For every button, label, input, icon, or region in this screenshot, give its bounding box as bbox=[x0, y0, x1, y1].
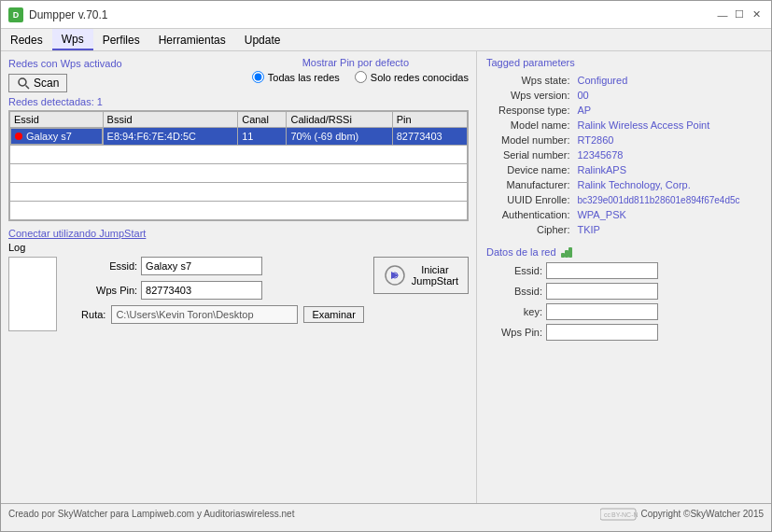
cc-badge: cc BY-NC-ND Copyright ©SkyWatcher 2015 bbox=[600, 508, 765, 521]
iniciar-jumpstart-area: Iniciar JumpStart bbox=[373, 257, 469, 294]
essid-form-label: Essid: bbox=[81, 260, 137, 272]
log-box bbox=[8, 257, 57, 331]
param-model-name: Model name: Ralink Wireless Access Point bbox=[488, 119, 760, 132]
data-wpspin-input[interactable] bbox=[546, 324, 658, 341]
svg-text:cc: cc bbox=[604, 511, 611, 518]
essid-row: Essid: bbox=[81, 257, 364, 275]
network-table: Essid Bssid Canal Calidad/RSSi Pin Galax… bbox=[9, 111, 468, 220]
col-bssid: Bssid bbox=[103, 112, 238, 128]
bottom-left-text: Creado por SkyWatcher para Lampiweb.com … bbox=[8, 509, 294, 519]
bottom-forms: Essid: Wps Pin: Ruta: Examinar bbox=[8, 257, 469, 331]
data-essid-label: Essid: bbox=[486, 265, 542, 276]
menu-item-herramientas[interactable]: Herramientas bbox=[149, 29, 235, 50]
datos-title: Datos de la red bbox=[486, 245, 762, 259]
red-dot-icon bbox=[15, 133, 22, 140]
cell-bssid: E8:94:F6:7E:4D:5C bbox=[103, 128, 238, 146]
jumpstart-link[interactable]: Conectar utilizando JumpStart bbox=[8, 228, 146, 239]
scan-button[interactable]: Scan bbox=[8, 74, 67, 92]
ruta-row: Ruta: Examinar bbox=[81, 305, 364, 324]
redes-detectadas-label: Redes detectadas: 1 bbox=[8, 96, 469, 107]
tagged-params-title: Tagged parameters bbox=[486, 57, 762, 68]
data-key-row: key: bbox=[486, 303, 762, 320]
radio-todas[interactable]: Todas las redes bbox=[252, 71, 340, 83]
examinar-button[interactable]: Examinar bbox=[303, 306, 363, 323]
cell-pin: 82773403 bbox=[392, 128, 467, 146]
svg-rect-4 bbox=[561, 253, 565, 258]
param-uuid: UUID Enrolle: bc329e001dd811b28601e894f6… bbox=[488, 193, 760, 206]
param-wps-state: Wps state: Configured bbox=[488, 74, 760, 87]
data-key-label: key: bbox=[486, 306, 542, 317]
maximize-button[interactable]: ☐ bbox=[732, 7, 747, 22]
title-bar: D Dumpper v.70.1 — ☐ ✕ bbox=[1, 1, 771, 29]
minimize-button[interactable]: — bbox=[715, 7, 730, 22]
data-wpspin-row: Wps Pin: bbox=[486, 324, 762, 341]
radio-solo[interactable]: Solo redes conocidas bbox=[355, 71, 469, 83]
param-authentication: Authentication: WPA_PSK bbox=[488, 208, 760, 221]
app-icon: D bbox=[8, 7, 23, 22]
ruta-input[interactable] bbox=[111, 305, 298, 324]
data-bssid-label: Bssid: bbox=[486, 286, 542, 297]
param-model-number: Model number: RT2860 bbox=[488, 133, 760, 147]
network-icon bbox=[560, 245, 573, 259]
ruta-label: Ruta: bbox=[81, 309, 105, 320]
data-bssid-row: Bssid: bbox=[486, 283, 762, 300]
cell-essid: Galaxy s7 bbox=[10, 128, 103, 145]
title-bar-title: Dumpper v.70.1 bbox=[29, 8, 108, 21]
scan-icon bbox=[17, 77, 30, 90]
svg-text:BY-NC-ND: BY-NC-ND bbox=[611, 511, 638, 518]
data-key-input[interactable] bbox=[546, 303, 658, 320]
cell-canal: 11 bbox=[238, 128, 287, 146]
svg-rect-5 bbox=[565, 250, 568, 258]
left-panel: Redes con Wps activado Scan Mostrar Pin … bbox=[1, 51, 477, 503]
data-essid-row: Essid: bbox=[486, 262, 762, 279]
title-bar-left: D Dumpper v.70.1 bbox=[8, 7, 108, 22]
radio-group: Todas las redes Solo redes conocidas bbox=[252, 71, 469, 83]
col-essid: Essid bbox=[10, 112, 104, 128]
iniciar-jumpstart-button[interactable]: Iniciar JumpStart bbox=[373, 257, 469, 294]
param-cipher: Cipher: TKIP bbox=[488, 223, 760, 236]
scan-label: Scan bbox=[34, 77, 59, 90]
svg-point-0 bbox=[19, 78, 26, 86]
data-bssid-input[interactable] bbox=[546, 283, 658, 300]
table-row[interactable]: Galaxy s7 E8:94:F6:7E:4D:5C 11 70% (-69 … bbox=[10, 128, 468, 146]
wpspin-form-label: Wps Pin: bbox=[81, 285, 137, 296]
log-label: Log bbox=[8, 242, 469, 253]
col-canal: Canal bbox=[238, 112, 287, 128]
bottom-right-text: Copyright ©SkyWatcher 2015 bbox=[641, 509, 765, 519]
close-button[interactable]: ✕ bbox=[749, 7, 764, 22]
col-pin: Pin bbox=[392, 112, 467, 128]
param-wps-version: Wps version: 00 bbox=[488, 89, 760, 102]
svg-rect-6 bbox=[568, 247, 572, 258]
data-essid-input[interactable] bbox=[546, 262, 658, 279]
param-manufacturer: Manufacturer: Ralink Technology, Corp. bbox=[488, 178, 760, 191]
data-wpspin-label: Wps Pin: bbox=[486, 327, 542, 338]
jumpstart-icon bbox=[384, 264, 406, 287]
menu-item-wps[interactable]: Wps bbox=[52, 29, 93, 50]
table-header-row: Essid Bssid Canal Calidad/RSSi Pin bbox=[10, 112, 468, 128]
mostrar-pin-section: Mostrar Pin por defecto Todas las redes … bbox=[243, 57, 469, 83]
param-table: Wps state: Configured Wps version: 00 Re… bbox=[486, 72, 762, 238]
data-fields: Essid: Bssid: key: Wps Pin: bbox=[486, 262, 762, 341]
cc-icon: cc BY-NC-ND bbox=[600, 508, 638, 521]
menu-bar: Redes Wps Perfiles Herramientas Update bbox=[1, 29, 771, 51]
col-calidad: Calidad/RSSi bbox=[287, 112, 392, 128]
essid-input[interactable] bbox=[141, 257, 262, 275]
redes-wps-title: Redes con Wps activado Scan bbox=[8, 57, 122, 96]
network-table-container: Essid Bssid Canal Calidad/RSSi Pin Galax… bbox=[8, 110, 469, 221]
essid-wpspin-area: Essid: Wps Pin: Ruta: Examinar bbox=[81, 257, 364, 324]
title-bar-controls: — ☐ ✕ bbox=[715, 7, 764, 22]
right-panel: Tagged parameters Wps state: Configured … bbox=[477, 51, 771, 503]
menu-item-redes[interactable]: Redes bbox=[1, 29, 52, 50]
menu-item-perfiles[interactable]: Perfiles bbox=[93, 29, 149, 50]
wpspin-input[interactable] bbox=[141, 281, 262, 300]
bottom-section: Conectar utilizando JumpStart Log Essid:… bbox=[8, 227, 469, 331]
main-content: Redes con Wps activado Scan Mostrar Pin … bbox=[1, 51, 771, 503]
param-response-type: Response type: AP bbox=[488, 104, 760, 117]
wpspin-row: Wps Pin: bbox=[81, 281, 364, 300]
menu-item-update[interactable]: Update bbox=[235, 29, 290, 50]
bottom-bar: Creado por SkyWatcher para Lampiweb.com … bbox=[1, 503, 771, 524]
param-device-name: Device name: RalinkAPS bbox=[488, 163, 760, 176]
cell-calidad: 70% (-69 dbm) bbox=[287, 128, 392, 146]
svg-line-1 bbox=[26, 86, 30, 90]
param-serial-number: Serial number: 12345678 bbox=[488, 148, 760, 161]
